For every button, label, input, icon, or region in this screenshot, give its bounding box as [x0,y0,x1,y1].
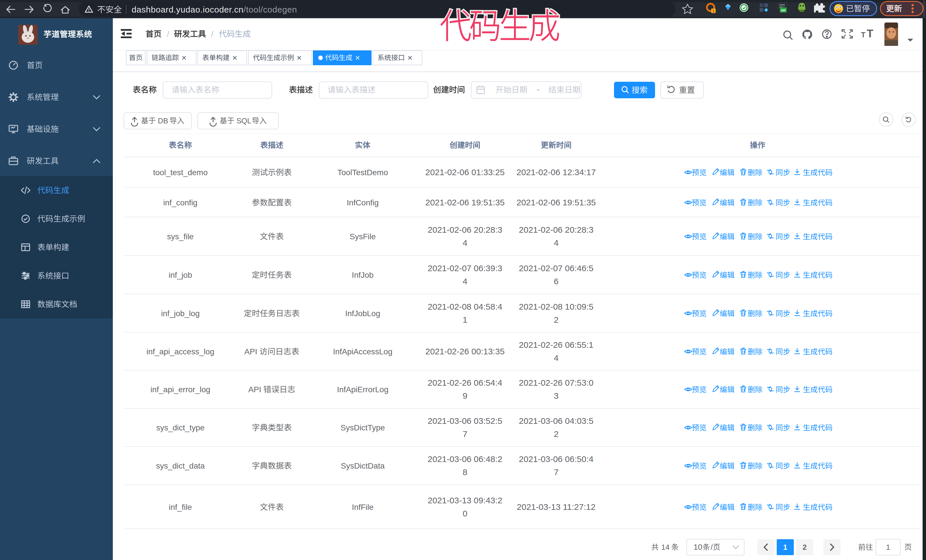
svg-text:7: 7 [463,429,468,439]
svg-text:0: 0 [463,509,468,518]
svg-text:2021-02-08 10:09:5: 2021-02-08 10:09:5 [519,302,593,311]
svg-text:sys_file: sys_file [167,232,194,241]
svg-text:1: 1 [783,543,787,551]
svg-text:inf_api_error_log: inf_api_error_log [150,385,210,394]
svg-text:2021-02-08 04:58:4: 2021-02-08 04:58:4 [428,302,502,311]
svg-text:sys_dict_data: sys_dict_data [156,462,205,470]
svg-text:InfJob: InfJob [352,270,374,279]
svg-text:SysDictData: SysDictData [341,462,385,470]
svg-text:T: T [861,31,865,39]
svg-text:4: 4 [554,238,559,248]
svg-text:2: 2 [554,429,559,439]
svg-text:2021-02-26 06:55:1: 2021-02-26 06:55:1 [519,340,593,350]
svg-text:3: 3 [554,391,559,400]
svg-text:2021-03-06 03:52:5: 2021-03-06 03:52:5 [428,416,502,426]
svg-text:1: 1 [886,543,890,551]
svg-text:/: / [711,543,713,551]
svg-text:InfFile: InfFile [352,503,374,512]
svg-text:API: API [244,347,257,356]
svg-text:/: / [167,30,169,38]
svg-text:inf_config: inf_config [163,198,197,207]
svg-text:2021-02-06 20:28:3: 2021-02-06 20:28:3 [519,225,593,234]
svg-text:2: 2 [554,315,559,325]
svg-text:2021-02-06 19:51:35: 2021-02-06 19:51:35 [425,198,505,207]
svg-text:2021-02-06 20:28:3: 2021-02-06 20:28:3 [428,225,502,234]
svg-text:tool_test_demo: tool_test_demo [153,168,207,177]
svg-text:inf_job: inf_job [169,270,192,279]
svg-text:on: on [781,8,785,12]
svg-text:DB: DB [158,116,168,125]
svg-text:SysDictType: SysDictType [340,423,385,432]
svg-text:2021-02-26 00:13:35: 2021-02-26 00:13:35 [425,347,505,356]
svg-text:InfApiErrorLog: InfApiErrorLog [337,385,389,394]
svg-text:2021-03-06 06:48:2: 2021-03-06 06:48:2 [428,454,502,464]
svg-text:2021-02-06 19:51:35: 2021-02-06 19:51:35 [517,198,596,207]
svg-text:2021-02-07 06:46:5: 2021-02-07 06:46:5 [519,264,593,273]
svg-text:SQL: SQL [236,116,251,125]
svg-text:2021-03-06 06:50:4: 2021-03-06 06:50:4 [519,454,593,464]
svg-text:sys_dict_type: sys_dict_type [156,423,204,432]
svg-text:4: 4 [554,353,559,362]
svg-text:6: 6 [554,276,559,286]
svg-text:InfApiAccessLog: InfApiAccessLog [333,347,393,356]
svg-text:/: / [211,30,213,38]
svg-text:2021-02-07 06:39:3: 2021-02-07 06:39:3 [428,264,502,273]
svg-text:SysFile: SysFile [350,232,376,241]
svg-text:inf_file: inf_file [169,503,192,512]
svg-text:InfConfig: InfConfig [347,198,379,207]
svg-text:4: 4 [463,238,468,248]
svg-text:1: 1 [463,315,468,325]
svg-text:14: 14 [661,543,670,551]
svg-text:2021-03-13 09:43:2: 2021-03-13 09:43:2 [428,496,502,505]
svg-text:T: T [867,28,873,39]
svg-text:API: API [248,385,261,394]
svg-text:ToolTestDemo: ToolTestDemo [337,168,388,177]
svg-text:10: 10 [693,543,702,551]
svg-text:8: 8 [463,468,468,477]
svg-text:4: 4 [463,276,468,286]
svg-text:InfJobLog: InfJobLog [345,309,380,318]
svg-text:2021-02-26 06:54:4: 2021-02-26 06:54:4 [428,378,502,387]
svg-text:2021-02-06 12:34:17: 2021-02-06 12:34:17 [517,168,596,177]
svg-text:1: 1 [712,9,714,13]
svg-text:2021-02-26 07:53:0: 2021-02-26 07:53:0 [519,378,593,387]
svg-text:inf_api_access_log: inf_api_access_log [147,347,214,356]
svg-text:dashboard.yudao.iocoder.cn/too: dashboard.yudao.iocoder.cn/tool/codegen [132,5,297,14]
svg-text:inf_job_log: inf_job_log [161,309,200,318]
svg-text:2021-03-06 04:03:5: 2021-03-06 04:03:5 [519,416,593,426]
svg-text:2: 2 [803,543,806,551]
svg-text:7: 7 [554,468,559,477]
svg-text:2021-02-06 01:33:25: 2021-02-06 01:33:25 [425,168,505,177]
svg-text:-: - [537,85,539,94]
svg-text:2021-03-13 11:27:12: 2021-03-13 11:27:12 [517,502,596,512]
svg-text:9: 9 [463,391,468,400]
